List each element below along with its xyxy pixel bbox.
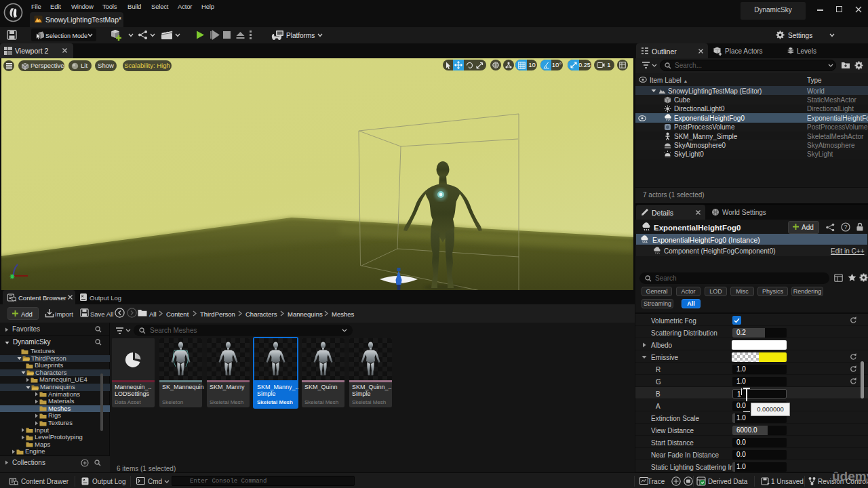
svg-text:?: ? bbox=[844, 224, 847, 230]
